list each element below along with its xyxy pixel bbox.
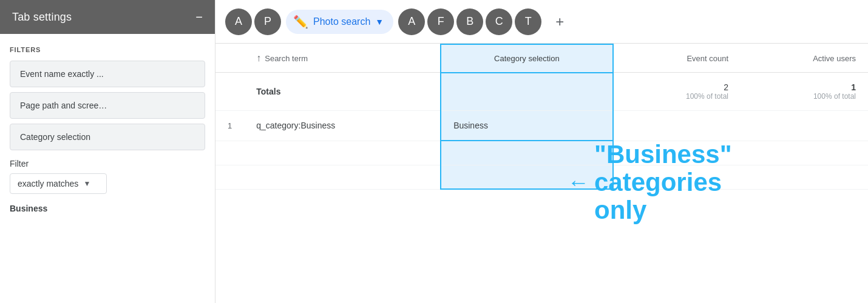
filter-pill-category[interactable]: Category selection	[10, 124, 205, 150]
col-header-rownum	[215, 44, 244, 73]
table-row: 1 q_category:Business Business	[215, 111, 868, 141]
tab-avatar-t[interactable]: T	[515, 8, 541, 35]
tab-bar: A P ✏️ Photo search ▼ A F B C T +	[215, 0, 868, 44]
cell-search-term-1: q_category:Business	[244, 111, 441, 141]
filters-section-label: FILTERS	[10, 46, 205, 53]
edit-icon: ✏️	[293, 15, 308, 29]
cell-event-count-1	[613, 111, 741, 141]
sidebar-minimize-button[interactable]: −	[195, 11, 203, 23]
col-header-active-users: Active users	[741, 44, 868, 73]
filter-dropdown-row: exactly matches ▼	[10, 173, 205, 194]
filter-section-label: Filter	[10, 159, 205, 168]
col-header-search-term: ↑ Search term	[244, 44, 441, 73]
tab-chevron-icon: ▼	[375, 17, 384, 27]
sidebar: Tab settings − FILTERS Event name exactl…	[0, 0, 215, 303]
cell-category-1: Business	[441, 111, 613, 141]
tab-photo-search-label: Photo search	[313, 16, 370, 27]
table-header-row: ↑ Search term Category selection Event c…	[215, 44, 868, 73]
table-row-spacer-1	[215, 141, 868, 165]
filter-pill-event-name[interactable]: Event name exactly ...	[10, 61, 205, 87]
table-row-spacer-2	[215, 165, 868, 189]
totals-event-count: 2 100% of total	[613, 73, 741, 111]
chevron-down-icon: ▼	[83, 179, 90, 188]
main-content: A P ✏️ Photo search ▼ A F B C T +	[215, 0, 868, 303]
sidebar-body: FILTERS Event name exactly ... Page path…	[0, 34, 215, 303]
tab-add-button[interactable]: +	[546, 8, 573, 35]
totals-category	[441, 73, 613, 111]
col-header-category: Category selection	[441, 44, 613, 73]
filter-operator-dropdown[interactable]: exactly matches ▼	[10, 173, 107, 194]
sidebar-title: Tab settings	[12, 11, 72, 24]
tab-avatar-p[interactable]: P	[254, 8, 281, 35]
totals-rownum	[215, 73, 244, 111]
filter-value: Business	[10, 201, 205, 216]
cell-category-spacer-1	[441, 141, 613, 165]
totals-active-users: 1 100% of total	[741, 73, 868, 111]
cell-active-users-1	[741, 111, 868, 141]
sort-up-icon: ↑	[256, 53, 261, 64]
totals-label: Totals	[244, 73, 441, 111]
sidebar-header: Tab settings −	[0, 0, 215, 34]
filter-operator-label: exactly matches	[18, 179, 78, 188]
table-area: ↑ Search term Category selection Event c…	[215, 44, 868, 303]
data-table: ↑ Search term Category selection Event c…	[215, 44, 868, 190]
tab-avatar-b[interactable]: B	[456, 8, 483, 35]
tab-avatar-a2[interactable]: A	[398, 8, 425, 35]
tab-avatar-c[interactable]: C	[486, 8, 512, 35]
table-totals-row: Totals 2 100% of total 1 100% of total	[215, 73, 868, 111]
cell-rownum-1: 1	[215, 111, 244, 141]
tab-avatar-f[interactable]: F	[427, 8, 454, 35]
cell-category-spacer-2	[441, 165, 613, 189]
tab-photo-search[interactable]: ✏️ Photo search ▼	[286, 10, 393, 34]
col-header-event-count: Event count	[613, 44, 741, 73]
tab-avatar-a1[interactable]: A	[225, 8, 252, 35]
filter-pill-page-path[interactable]: Page path and scree…	[10, 92, 205, 119]
